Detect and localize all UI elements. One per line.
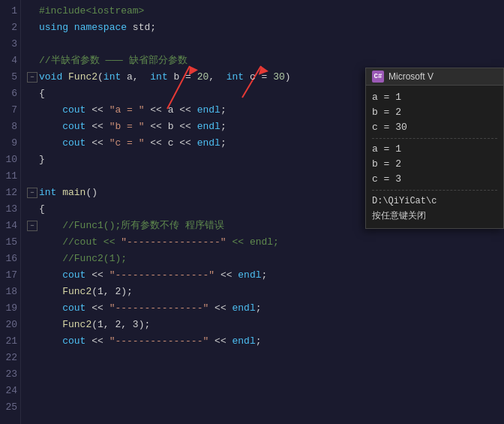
line-num: 22 [0,350,17,366]
code-token: { [39,201,45,218]
code-token: b = [168,69,197,86]
code-token [39,234,62,251]
code-token: () [86,185,98,201]
code-line-18: Func2 (1, 2); [27,284,504,300]
terminal-titlebar: C# Microsoft V [366,68,503,86]
code-token: //Func2(1); [62,251,127,267]
code-token: ) [285,69,291,86]
code-token: << [214,267,238,284]
code-token: main [62,185,86,201]
terminal-title: Microsoft V [388,71,434,82]
collapse-button[interactable]: − [27,221,38,231]
terminal-line: a = 1 [372,90,497,105]
code-token: << [86,267,109,284]
code-token: "c = " [110,135,145,152]
terminal-line: c = 30 [372,120,497,135]
code-token: std; [127,20,156,36]
code-token: c = [244,69,273,86]
code-token: endl [197,135,220,152]
code-editor: #include<iostream> using namespace std; … [21,0,504,424]
code-token: ; [256,333,262,350]
terminal-body: a = 1 b = 2 c = 30 a = 1 b = 2 c = 3 D:\… [366,86,503,228]
line-num: 9 [0,135,17,152]
terminal-icon: C# [372,71,384,83]
code-token [39,284,62,300]
code-token [68,20,74,36]
code-token: #include<iostream> [39,3,144,20]
line-num: 12 [0,185,17,201]
code-token: //Func1();所有参数不传 程序错误 [62,218,224,234]
collapse-button[interactable]: − [27,72,38,83]
code-token [39,267,62,284]
line-num: 3 [0,36,17,53]
terminal-divider [372,138,497,139]
code-token [62,69,68,86]
main-container: 1 2 3 4 5 6 7 8 9 10 11 12 13 14 15 16 1… [0,0,504,424]
code-token [39,251,62,267]
line-num: 20 [0,317,17,333]
code-token: ; [220,119,226,135]
code-token: //半缺省参数 ——— 缺省部分参数 [39,53,188,69]
code-token [39,102,62,119]
code-line-4: //半缺省参数 ——— 缺省部分参数 [27,53,504,69]
code-token: //cout << [62,234,121,251]
code-token: cout [62,267,86,284]
line-num: 1 [0,3,17,20]
code-token: ; [262,267,268,284]
code-token: << b << [144,119,196,135]
code-token: using [39,20,68,36]
code-token: << [86,135,109,152]
code-token [39,135,62,152]
code-token: ; [220,102,226,119]
code-token: int [104,69,121,86]
collapse-button[interactable]: − [27,188,38,198]
code-token: cout [62,300,86,317]
code-token: { [39,86,45,102]
code-token: << [86,102,109,119]
code-line-20: Func2 (1, 2, 3); [27,317,504,333]
terminal-divider [372,190,497,191]
code-token: cout [62,135,86,152]
code-token [39,333,62,350]
code-token: int [150,69,167,86]
line-num: 10 [0,152,17,168]
code-token: << a << [144,102,196,119]
code-token: namespace [74,20,127,36]
code-token: << [208,300,232,317]
code-token: "b = " [110,119,145,135]
line-num: 24 [0,383,17,399]
line-num: 15 [0,234,17,251]
code-token: endl [232,333,256,350]
line-num: 8 [0,119,17,135]
terminal-close-prompt: 按任意键关闭 [372,209,497,224]
code-token: cout [62,102,86,119]
code-line-21: cout << "---------------" << endl ; [27,333,504,350]
code-line-16: //Func2(1); [27,251,504,267]
code-token: 30 [273,69,285,86]
code-token: endl [232,300,256,317]
line-num: 25 [0,399,17,416]
code-token: ( [98,69,104,86]
code-token: endl [197,119,220,135]
code-token: 20 [197,69,209,86]
code-token: "---------------" [110,300,209,317]
code-line-19: cout << "---------------" << endl ; [27,300,504,317]
line-num: 11 [0,168,17,185]
terminal-line: b = 2 [372,105,497,120]
code-line-3 [27,36,504,53]
code-token: endl [238,267,261,284]
code-token: << endl; [226,234,279,251]
code-token: ; [256,300,262,317]
code-token: Func2 [68,69,98,86]
code-token: "---------------" [110,333,209,350]
line-num: 5 [0,69,17,86]
code-token: int [226,69,244,86]
code-line-17: cout << "----------------" << endl ; [27,267,504,284]
code-token: ; [220,135,226,152]
code-token: << [86,119,109,135]
line-num: 18 [0,284,17,300]
terminal-line: c = 3 [372,172,497,187]
code-line-15: //cout << "----------------" << endl; [27,234,504,251]
line-num: 17 [0,267,17,284]
line-num: 16 [0,251,17,267]
